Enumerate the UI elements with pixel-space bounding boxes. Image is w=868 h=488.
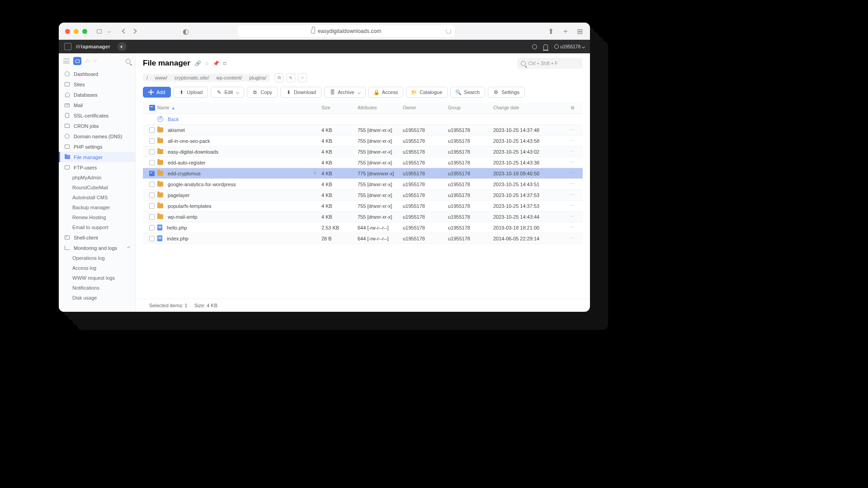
download-button[interactable]: ⬇Download	[280, 87, 321, 98]
row-checkbox[interactable]	[149, 182, 155, 187]
sidebar-item-wwwlog[interactable]: WWW request logs	[59, 273, 135, 283]
bc-copy-icon[interactable]: ⧉	[274, 73, 283, 82]
search-icon[interactable]	[126, 59, 131, 64]
table-row[interactable]: google-analytics-for-wordpress4 KB755 [d…	[143, 179, 583, 190]
sidebar-item-cron[interactable]: CRON jobs	[59, 121, 135, 131]
sidebar-item-sites[interactable]: Sites	[59, 79, 135, 89]
row-menu-button[interactable]: ⋯	[570, 149, 575, 154]
table-row[interactable]: akismet4 KB755 [drwxr-xr-x]u1955178u1955…	[143, 125, 583, 136]
row-menu-button[interactable]: ⋯	[570, 127, 575, 132]
row-checkbox[interactable]	[149, 138, 155, 144]
breadcrumb-segment[interactable]: plugins/	[245, 74, 270, 82]
link-icon[interactable]: 🔗	[195, 61, 201, 66]
row-checkbox[interactable]	[149, 160, 155, 165]
sidebar-item-phpmyadmin[interactable]: phpMyAdmin	[59, 173, 135, 183]
catalogue-button[interactable]: 📁Catalogue	[406, 87, 448, 98]
row-menu-button[interactable]: ⋯	[570, 160, 575, 165]
view-list-icon[interactable]	[73, 57, 81, 65]
col-owner[interactable]: Owner	[403, 105, 448, 110]
minimize-dot[interactable]	[74, 29, 79, 34]
sidebar-item-filemanager[interactable]: File manager	[59, 152, 135, 162]
dropdown-icon[interactable]	[105, 28, 113, 35]
table-row[interactable]: edd-auto-register4 KB755 [drwxr-xr-x]u19…	[143, 157, 583, 168]
row-checkbox[interactable]	[149, 171, 155, 176]
copy-button[interactable]: ⧉Copy	[247, 87, 278, 98]
sidebar-item-support[interactable]: Email to support	[59, 222, 135, 232]
sidebar-item-ftp[interactable]: FTP-users	[59, 162, 135, 173]
upload-button[interactable]: ⬆Upload	[174, 87, 208, 98]
sidebar-item-ssl[interactable]: SSL-certificates	[59, 110, 135, 121]
col-change-date[interactable]: Change date	[493, 105, 566, 110]
table-row[interactable]: wp-mail-smtp4 KB755 [drwxr-xr-x]u1955178…	[143, 211, 583, 222]
star-icon[interactable]: ☆	[85, 58, 90, 64]
col-group[interactable]: Group	[448, 105, 493, 110]
sidebar-item-php[interactable]: PHP settings	[59, 141, 135, 152]
sidebar-item-dashboard[interactable]: Dashboard	[59, 69, 135, 79]
row-checkbox[interactable]	[149, 192, 155, 198]
row-checkbox[interactable]	[149, 214, 155, 220]
row-menu-button[interactable]: ⋯	[570, 192, 575, 197]
sidebar-item-renew[interactable]: Renew Hosting	[59, 212, 135, 222]
settings-icon[interactable]	[532, 44, 537, 49]
row-menu-button[interactable]: ⋯	[570, 225, 575, 230]
row-menu-button[interactable]: ⋯	[570, 235, 575, 241]
search-input[interactable]: Ctrl + Shift + F	[517, 58, 583, 69]
bc-edit-icon[interactable]: ✎	[286, 73, 295, 82]
nav-back-icon[interactable]	[121, 28, 128, 35]
row-menu-button[interactable]: ⋯	[570, 214, 575, 219]
row-checkbox[interactable]	[149, 225, 155, 230]
edit-button[interactable]: ✎Edit	[211, 87, 244, 98]
sidebar-item-disk[interactable]: Disk usage	[59, 293, 135, 303]
table-row[interactable]: pagelayer4 KB755 [drwxr-xr-x]u1955178u19…	[143, 190, 583, 201]
sidebar-item-shell[interactable]: Shell-client	[59, 232, 135, 243]
sidebar-item-mail[interactable]: Mail	[59, 100, 135, 110]
sidebar-item-oplog[interactable]: Operations log	[59, 253, 135, 263]
settings-button[interactable]: ⚙Settings	[488, 87, 525, 98]
copy-icon[interactable]: ⧉	[223, 61, 226, 66]
row-checkbox[interactable]	[149, 149, 155, 155]
table-row[interactable]: easy-digital-downloads4 KB755 [drwxr-xr-…	[143, 146, 583, 157]
new-tab-icon[interactable]: ＋	[562, 28, 569, 35]
shield-icon[interactable]: ◐	[182, 28, 189, 35]
access-button[interactable]: 🔒Access	[368, 87, 403, 98]
sidebar-item-dns[interactable]: Domain names (DNS)	[59, 131, 135, 141]
row-menu-button[interactable]: ⋯	[570, 138, 575, 143]
sidebar-item-databases[interactable]: Databases	[59, 89, 135, 100]
sidebar-item-roundcube[interactable]: RoundCubeMail	[59, 183, 135, 192]
nav-forward-icon[interactable]	[131, 28, 138, 35]
sidebar-item-monitoring[interactable]: Monitoring and logs	[59, 243, 135, 253]
breadcrumb-segment[interactable]: cryptonatic.site/	[171, 74, 212, 82]
breadcrumb-segment[interactable]: www/	[151, 74, 171, 82]
sidebar-item-autoinstall[interactable]: Autoinstall CMS	[59, 192, 135, 202]
add-button[interactable]: Add	[143, 87, 171, 98]
sidebar-toggle-icon[interactable]	[95, 28, 103, 35]
row-checkbox[interactable]	[149, 236, 155, 241]
row-menu-button[interactable]: ⋯	[570, 203, 575, 208]
sidebar-item-notifications[interactable]: Notifications	[59, 283, 135, 293]
select-all-checkbox[interactable]	[146, 105, 157, 111]
sidebar-item-backup[interactable]: Backup manager	[59, 202, 135, 212]
url-bar[interactable]: easydigitaldownloads.com	[238, 25, 455, 37]
breadcrumb-segment[interactable]: wp-content/	[212, 74, 245, 82]
reload-icon[interactable]	[446, 28, 451, 34]
history-back-button[interactable]	[118, 42, 127, 51]
table-row[interactable]: hello.php2.53 KB644 [-rw-r--r--]u1955178…	[143, 222, 583, 233]
archive-button[interactable]: 🗄Archive	[324, 87, 366, 98]
close-dot[interactable]	[65, 29, 70, 34]
notifications-icon[interactable]	[543, 44, 548, 49]
table-row[interactable]: all-in-one-seo-pack4 KB755 [drwxr-xr-x]u…	[143, 136, 583, 146]
menu-icon[interactable]	[63, 59, 70, 63]
user-menu[interactable]: u1955178	[554, 44, 585, 49]
back-row[interactable]: Back	[143, 114, 583, 125]
col-name[interactable]: Name▲	[157, 105, 321, 110]
edit-icon[interactable]: ✎	[313, 171, 317, 176]
row-menu-button[interactable]: ⋯	[570, 181, 575, 187]
share-icon[interactable]: ⬆	[547, 28, 555, 35]
table-row[interactable]: index.php28 B644 [-rw-r--r--]u1955178u19…	[143, 233, 583, 244]
table-row[interactable]: popularfx-templates4 KB755 [drwxr-xr-x]u…	[143, 201, 583, 211]
bc-branch-icon[interactable]: ⑂	[298, 73, 307, 82]
star-icon[interactable]: ☆	[205, 61, 209, 66]
tabs-grid-icon[interactable]: ⊞	[576, 28, 584, 35]
pin-icon[interactable]: 📌	[213, 61, 219, 66]
branch-icon[interactable]: ⑂	[94, 58, 97, 64]
